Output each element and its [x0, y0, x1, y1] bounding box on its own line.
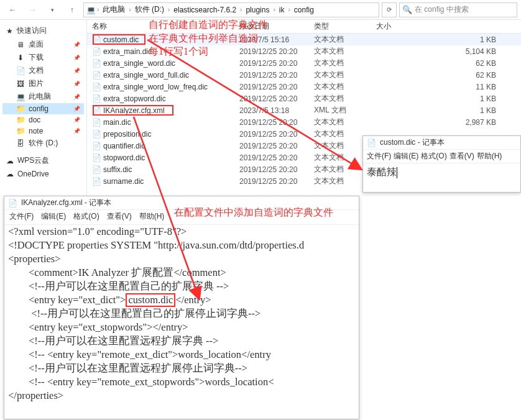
- navpane-item[interactable]: 📁note📌: [2, 126, 84, 137]
- navpane-wps[interactable]: ☁WPS云盘: [2, 153, 84, 168]
- document-icon: 📄: [16, 66, 25, 75]
- menu-format[interactable]: 格式(O): [73, 211, 99, 222]
- text-caret: [397, 167, 397, 178]
- chevron-right-icon: ›: [288, 6, 290, 13]
- file-row[interactable]: 📄extra_main.dic2019/12/25 20:20文本文档5,104…: [87, 45, 521, 57]
- file-icon: 📄: [92, 71, 101, 80]
- nav-item-label: 软件 (D:): [29, 138, 58, 148]
- col-name[interactable]: 名称: [87, 21, 239, 32]
- breadcrumb-segment[interactable]: elasticsearch-7.6.2: [171, 6, 239, 14]
- file-name: extra_main.dic: [103, 47, 152, 56]
- breadcrumb-segment[interactable]: 软件 (D:): [132, 4, 167, 15]
- notepad-menu: 文件(F) 编辑(E) 格式(O) 查看(V) 帮助(H): [4, 210, 359, 225]
- notepad-menu: 文件(F) 编辑(E) 格式(O) 查看(V) 帮助(H): [363, 150, 520, 163]
- search-box[interactable]: 🔍 在 config 中搜索: [399, 2, 517, 17]
- navpane-onedrive[interactable]: ☁OneDrive: [2, 168, 84, 180]
- col-modified[interactable]: 修改日期: [239, 21, 314, 32]
- breadcrumb-segment[interactable]: config: [292, 6, 316, 14]
- menu-view[interactable]: 查看(V): [107, 211, 132, 222]
- file-row[interactable]: 📄extra_single_word_low_freq.dic2019/12/2…: [87, 81, 521, 93]
- menu-file[interactable]: 文件(F): [367, 151, 391, 162]
- menu-help[interactable]: 帮助(H): [477, 151, 502, 162]
- file-row[interactable]: 📄extra_single_word.dic2019/12/25 20:20文本…: [87, 57, 521, 69]
- file-icon: 📄: [92, 177, 101, 186]
- chevron-right-icon: ›: [240, 6, 242, 13]
- col-size[interactable]: 大小: [376, 21, 521, 32]
- quick-access-group[interactable]: ★快速访问: [2, 24, 84, 38]
- nav-pane[interactable]: ★快速访问 🖥桌面📌 ⬇下载📌 📄文档📌 🖼图片📌 💻此电脑📌 📁config📌…: [0, 20, 87, 199]
- nav-item-label: 文档: [29, 65, 44, 76]
- pin-icon: 📌: [73, 117, 80, 123]
- nav-item-label: note: [29, 127, 43, 135]
- file-row[interactable]: 📄custom.dic2023/7/5 15:16文本文档1 KB: [87, 34, 521, 45]
- file-name: extra_single_word.dic: [103, 59, 175, 68]
- file-name: stopword.dic: [103, 153, 145, 162]
- menu-format[interactable]: 格式(O): [421, 151, 446, 162]
- file-icon: 📄: [92, 130, 101, 139]
- up-button[interactable]: ↑: [63, 2, 81, 17]
- pc-icon: 💻: [16, 93, 25, 101]
- navpane-item[interactable]: 📄文档📌: [2, 64, 84, 77]
- navpane-item[interactable]: 💻此电脑📌: [2, 90, 84, 103]
- file-type: 文本文档: [314, 58, 376, 68]
- navpane-item[interactable]: 🖼图片📌: [2, 77, 84, 90]
- menu-file[interactable]: 文件(F): [9, 211, 34, 222]
- pin-icon: 📌: [73, 128, 80, 134]
- back-button[interactable]: ←: [4, 2, 21, 17]
- navpane-item[interactable]: ⬇下载📌: [2, 51, 84, 64]
- file-icon: 📄: [92, 59, 101, 68]
- pin-icon: 📌: [73, 81, 80, 87]
- file-modified: 2023/7/5 15:16: [239, 35, 314, 44]
- code-line: <!-- <entry key="remote_ext_dict">words_…: [8, 348, 355, 362]
- notepad-ikanalyzer-window: 📄 IKAnalyzer.cfg.xml - 记事本 文件(F) 编辑(E) 格…: [4, 196, 359, 419]
- menu-help[interactable]: 帮助(H): [139, 211, 165, 222]
- notepad-text-area[interactable]: <?xml version="1.0" encoding="UTF-8"?><!…: [4, 225, 359, 419]
- file-name: extra_single_word_low_freq.dic: [103, 83, 208, 91]
- code-text: </entry>: [175, 294, 211, 306]
- breadcrumb-segment[interactable]: ik: [277, 6, 287, 14]
- cloud-icon: ☁: [6, 157, 14, 165]
- breadcrumb-segment[interactable]: plugins: [243, 6, 272, 14]
- breadcrumb-segment[interactable]: 此电脑: [100, 4, 127, 15]
- code-line: <entry key="ext_stopwords"></entry>: [8, 321, 355, 334]
- notepad-text-area[interactable]: 泰酷辣: [363, 163, 520, 181]
- file-name: preposition.dic: [103, 130, 151, 139]
- nav-item-label: 此电脑: [29, 91, 51, 102]
- forward-button[interactable]: →: [24, 2, 41, 17]
- col-type[interactable]: 类型: [314, 21, 376, 32]
- navpane-item[interactable]: 📁doc📌: [2, 114, 84, 126]
- chevron-right-icon: ›: [129, 6, 131, 13]
- pin-icon: 📌: [73, 55, 80, 61]
- pin-icon: 📌: [73, 42, 80, 48]
- navpane-item[interactable]: 📁config📌: [2, 103, 84, 114]
- file-modified: 2023/7/5 13:18: [239, 106, 314, 115]
- highlight-box-ikanalyzer: [93, 105, 173, 116]
- menu-edit[interactable]: 编辑(E): [394, 151, 418, 162]
- file-modified: 2019/12/25 20:20: [239, 118, 314, 127]
- notepad-title-bar[interactable]: 📄 IKAnalyzer.cfg.xml - 记事本: [4, 196, 359, 210]
- file-modified: 2019/12/25 20:20: [239, 94, 314, 103]
- history-dropdown[interactable]: ▾: [44, 2, 61, 17]
- folder-icon: 📁: [16, 104, 25, 113]
- menu-edit[interactable]: 编辑(E): [41, 211, 66, 222]
- navpane-item[interactable]: 🗄软件 (D:): [2, 137, 84, 150]
- file-modified: 2019/12/25 20:20: [239, 47, 314, 56]
- column-headers[interactable]: 名称 修改日期 类型 大小: [87, 20, 521, 34]
- file-size: 1 KB: [376, 35, 521, 44]
- file-row[interactable]: 📄extra_stopword.dic2019/12/25 20:20文本文档1…: [87, 93, 521, 104]
- file-type: 文本文档: [314, 117, 376, 127]
- code-line: <?xml version="1.0" encoding="UTF-8"?>: [8, 225, 355, 239]
- notepad-title-bar[interactable]: 📄 custom.dic - 记事本: [363, 136, 520, 150]
- highlight-box-customdic-entry: custom.dic: [126, 293, 175, 307]
- search-placeholder: 在 config 中搜索: [415, 4, 469, 15]
- file-modified: 2019/12/25 20:20: [239, 59, 314, 68]
- navpane-item[interactable]: 🖥桌面📌: [2, 38, 84, 51]
- chevron-right-icon: ›: [97, 6, 99, 13]
- file-size: 62 KB: [376, 71, 521, 80]
- menu-view[interactable]: 查看(V): [450, 151, 474, 162]
- file-size: 11 KB: [376, 83, 521, 91]
- file-row[interactable]: 📄extra_single_word_full.dic2019/12/25 20…: [87, 69, 521, 81]
- address-bar[interactable]: 💻 › 此电脑 › 软件 (D:) › elasticsearch-7.6.2 …: [83, 2, 379, 17]
- refresh-button[interactable]: ⟳: [382, 2, 397, 17]
- file-row[interactable]: 📄main.dic2019/12/25 20:20文本文档2,987 KB: [87, 116, 521, 128]
